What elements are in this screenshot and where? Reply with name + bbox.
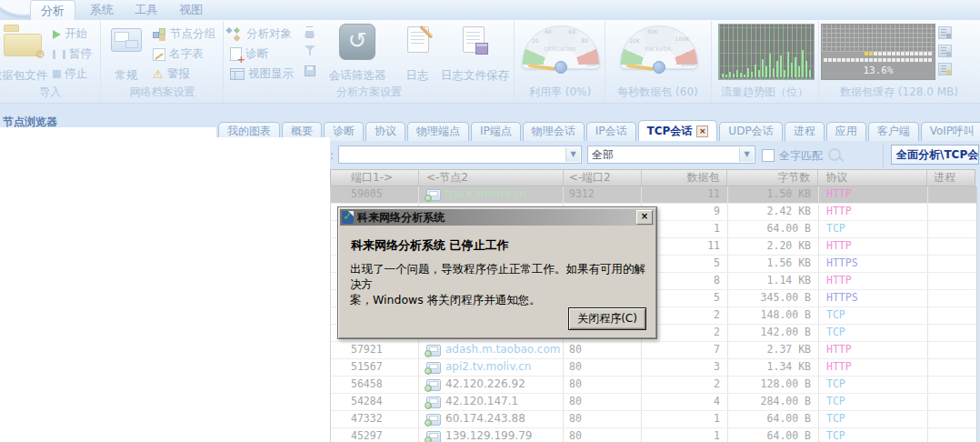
view-tab-11[interactable]: 应用: [826, 122, 866, 141]
table-row[interactable]: 57921adash.m.taobao.com8072.37 KBHTTP: [331, 342, 976, 359]
stop-button[interactable]: 停止: [53, 66, 87, 82]
view-tab-6[interactable]: 物理会话: [523, 122, 585, 141]
tab-label: 客户端: [877, 125, 910, 137]
buffer-lock-icon[interactable]: [938, 63, 952, 75]
table-row[interactable]: 45297139.129.199.7980164.00 BTCP: [331, 428, 976, 442]
menu-tab-tools[interactable]: 工具: [126, 0, 166, 20]
ribbon-group-buffer: 13.6% 数据包缓存 (128.0 MB): [818, 21, 980, 102]
close-program-button[interactable]: 关闭程序(C): [568, 307, 646, 330]
column-header-packets[interactable]: 数据包: [642, 170, 728, 186]
menu-tab-view[interactable]: 视图: [170, 0, 212, 20]
whole-word-checkbox[interactable]: [762, 149, 775, 162]
tab-label: IP端点: [480, 125, 512, 137]
host-icon: [426, 362, 441, 374]
log-file-save-button[interactable]: 日志文件保存: [441, 68, 508, 84]
packets-cell: 2: [642, 377, 728, 393]
beaker-tool-button[interactable]: [305, 26, 315, 38]
process-cell: [928, 186, 975, 203]
tab-close-icon[interactable]: ×: [696, 126, 708, 137]
chevron-down-icon[interactable]: ▼: [565, 147, 580, 162]
view-tab-5[interactable]: IP端点: [471, 122, 521, 141]
alarm-button[interactable]: ⚠警报: [153, 66, 190, 82]
protocol-cell: HTTP: [819, 342, 928, 358]
tab-label: 诊断: [333, 125, 355, 137]
menu-tab-analysis[interactable]: 分析: [30, 0, 75, 20]
view-tab-9[interactable]: UDP会话: [719, 122, 782, 141]
packet-file-button[interactable]: 数据包文件: [0, 68, 51, 84]
protocol-cell: HTTPS: [819, 256, 928, 272]
column-header-protocol[interactable]: 协议: [818, 170, 927, 186]
pause-button[interactable]: 暂停: [53, 46, 92, 62]
column-header-port2[interactable]: <-端口2: [564, 170, 642, 186]
filter-combo[interactable]: ▼: [338, 146, 582, 164]
view-tab-12[interactable]: 客户端: [868, 122, 919, 141]
log-file-save-icon[interactable]: [463, 26, 485, 53]
view-tab-4[interactable]: 物理端点: [407, 122, 469, 141]
process-cell: [928, 204, 975, 220]
session-filter-icon[interactable]: ↺: [339, 24, 375, 60]
save-tool-button[interactable]: [305, 65, 315, 76]
general-icon[interactable]: [111, 28, 142, 52]
protocol-cell: HTTP: [819, 186, 928, 203]
buffer-save-icon[interactable]: [938, 26, 952, 39]
close-icon[interactable]: ×: [636, 210, 653, 225]
analysis-scope-box[interactable]: 全面分析\TCP会话: [891, 145, 979, 165]
buffer-percent: 13.6%: [822, 65, 935, 76]
tab-label: 协议: [375, 125, 396, 137]
buffer-export-icon[interactable]: [938, 45, 952, 57]
packets-cell: 4: [642, 394, 728, 410]
node2-cell: 139.129.199.79: [419, 428, 564, 442]
port2-cell: 9312: [564, 186, 642, 203]
protocol-cell: HTTP: [819, 273, 928, 289]
bytes-cell: 2.37 KB: [728, 342, 819, 358]
dialog-title: 科来网络分析系统: [357, 210, 636, 226]
bytes-cell: 64.00 B: [728, 221, 819, 237]
port2-cell: 80: [564, 394, 642, 410]
name-table-button[interactable]: 名字表: [153, 46, 204, 62]
column-header-process[interactable]: 进程: [927, 170, 975, 186]
packets-cell: 1: [642, 428, 728, 442]
view-tab-8[interactable]: TCP会话×: [638, 120, 718, 141]
diagnosis-icon: [230, 47, 242, 61]
filter-label-fragment: :: [330, 149, 334, 162]
ribbon-group-trend: 流量趋势图（位）: [711, 21, 819, 102]
view-tab-3[interactable]: 协议: [365, 122, 405, 141]
dialog-titlebar[interactable]: 科来网络分析系统 ×: [340, 209, 655, 226]
view-display-button[interactable]: 视图显示: [230, 66, 294, 82]
node-group-icon: [153, 28, 166, 40]
analysis-objects-button[interactable]: 分析对象: [230, 26, 292, 42]
general-button[interactable]: 常规: [104, 68, 149, 84]
group-label-utilization: 利用率 (0%): [515, 85, 605, 100]
column-header-bytes[interactable]: 字节数: [727, 170, 818, 186]
view-tab-13[interactable]: VoIP呼叫: [921, 122, 980, 141]
search-icon[interactable]: [828, 148, 841, 161]
gauge-knob: [555, 61, 567, 74]
view-tab-10[interactable]: 进程: [785, 122, 825, 141]
menu-tab-system[interactable]: 系统: [81, 0, 123, 20]
table-row[interactable]: 4733260.174.243.8880164.00 BTCP: [331, 411, 976, 428]
bytes-cell: 1.34 KB: [728, 359, 819, 376]
log-icon[interactable]: [407, 26, 429, 53]
table-row[interactable]: 51567api2.tv.moliv.cn8031.34 KBHTTP: [331, 359, 976, 377]
bytes-cell: 345.00 B: [728, 290, 819, 306]
diagnosis-button[interactable]: 诊断: [230, 46, 268, 62]
log-button[interactable]: 日志: [403, 68, 432, 84]
table-row[interactable]: 5428442.120.147.1804284.00 BTCP: [331, 394, 976, 411]
table-row[interactable]: 5645842.120.226.92802128.00 BTCP: [331, 377, 976, 394]
view-tab-7[interactable]: IP会话: [586, 122, 636, 141]
column-header-node2[interactable]: <-节点2: [419, 170, 564, 186]
ribbon-group-pps: Packet/s 0 10K 50K 100K 200K 每秒数据包 (60): [605, 21, 712, 102]
protocol-cell: HTTPS: [819, 290, 928, 306]
table-row[interactable]: 59005track.molitv.cn9312111.50 KBHTTP: [331, 186, 976, 204]
packet-file-icon[interactable]: ⚙: [4, 29, 42, 56]
column-header-port1[interactable]: 端口1->: [331, 170, 419, 186]
protocol-cell: TCP: [819, 325, 928, 341]
filter-tool-button[interactable]: [305, 45, 315, 55]
beaker-icon: [305, 26, 315, 38]
play-icon: [53, 30, 61, 39]
chevron-down-icon[interactable]: ▼: [739, 147, 754, 162]
session-filter-button[interactable]: 会话筛选器: [328, 68, 386, 84]
node-group-button[interactable]: 节点分组: [153, 26, 215, 42]
start-button[interactable]: 开始: [53, 26, 87, 42]
range-combo[interactable]: 全部 ▼: [587, 146, 755, 164]
